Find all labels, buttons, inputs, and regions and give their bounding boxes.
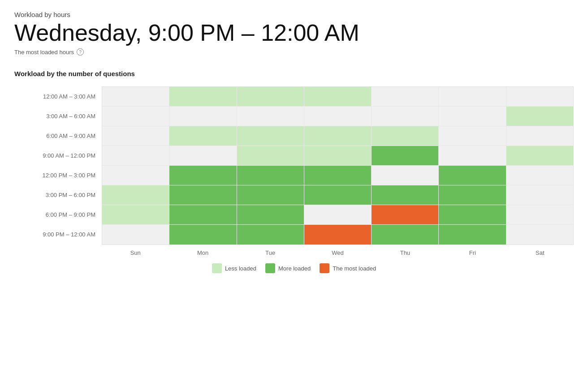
grid-cell <box>506 146 573 165</box>
legend-swatch <box>212 263 222 273</box>
grid-cell <box>439 146 506 165</box>
help-icon[interactable]: ? <box>77 48 84 56</box>
grid-cell <box>102 225 169 245</box>
row-label: 9:00 PM – 12:00 AM <box>14 224 102 244</box>
grid-cell <box>506 205 573 224</box>
grid-row <box>102 185 573 205</box>
grid-cell <box>102 146 169 165</box>
grid-row <box>102 107 573 126</box>
grid-cell <box>304 185 372 205</box>
row-label: 3:00 AM – 6:00 AM <box>14 106 102 126</box>
grid-cell <box>506 126 573 146</box>
grid-cell <box>102 107 169 126</box>
grid-cell <box>237 225 304 245</box>
row-label: 12:00 AM – 3:00 AM <box>14 86 102 106</box>
legend-label: The most loaded <box>333 265 376 272</box>
grid-area <box>102 86 574 245</box>
grid-cell <box>237 185 304 205</box>
legend-swatch <box>320 263 329 273</box>
grid-cell <box>169 166 237 185</box>
grid-cell <box>304 205 372 224</box>
grid-cell <box>237 146 304 165</box>
row-label: 3:00 PM – 6:00 PM <box>14 185 102 205</box>
grid-cell <box>304 166 372 185</box>
section-title: Workload by the number of questions <box>14 70 574 77</box>
col-label: Thu <box>372 245 439 256</box>
chart-grid: 12:00 AM – 3:00 AM3:00 AM – 6:00 AM6:00 … <box>14 86 574 245</box>
row-label: 6:00 AM – 9:00 AM <box>14 126 102 146</box>
grid-cell <box>304 107 372 126</box>
grid-cell <box>304 146 372 165</box>
legend-item: The most loaded <box>320 263 376 273</box>
grid-row <box>102 126 573 146</box>
grid-cell <box>439 126 506 146</box>
grid-cell <box>506 166 573 185</box>
legend-label: More loaded <box>278 265 311 272</box>
grid-cell <box>169 225 237 245</box>
row-label: 6:00 PM – 9:00 PM <box>14 205 102 224</box>
grid-cell <box>439 205 506 224</box>
grid-cell <box>439 166 506 185</box>
grid-cell <box>102 126 169 146</box>
grid-cell <box>372 146 439 165</box>
row-label: 9:00 AM – 12:00 PM <box>14 146 102 165</box>
grid-cell <box>372 126 439 146</box>
grid-cell <box>439 225 506 245</box>
grid-cell <box>237 205 304 224</box>
grid-cell <box>102 205 169 224</box>
grid-cell <box>169 126 237 146</box>
grid-row <box>102 225 573 245</box>
grid-row <box>102 205 573 225</box>
col-label: Tue <box>237 245 304 256</box>
grid-row <box>102 146 573 166</box>
grid-cell <box>237 126 304 146</box>
grid-cell <box>304 126 372 146</box>
grid-cell <box>506 87 573 106</box>
grid-row <box>102 87 573 107</box>
col-label: Sat <box>506 245 574 256</box>
grid-cell <box>439 185 506 205</box>
legend-item: More loaded <box>265 263 311 273</box>
grid-cell <box>237 166 304 185</box>
grid-cell <box>102 166 169 185</box>
grid-cell <box>372 225 439 245</box>
grid-cell <box>372 87 439 106</box>
col-label: Fri <box>439 245 506 256</box>
row-labels: 12:00 AM – 3:00 AM3:00 AM – 6:00 AM6:00 … <box>14 86 102 245</box>
grid-cell <box>506 225 573 245</box>
grid-cell <box>169 185 237 205</box>
col-label: Sun <box>102 245 169 256</box>
grid-cell <box>304 225 372 245</box>
row-label: 12:00 PM – 3:00 PM <box>14 165 102 185</box>
col-labels: SunMonTueWedThuFriSat <box>102 245 574 256</box>
page-title: Wednesday, 9:00 PM – 12:00 AM <box>14 20 574 46</box>
grid-cell <box>304 87 372 106</box>
col-label: Wed <box>304 245 371 256</box>
grid-cell <box>169 146 237 165</box>
legend-label: Less loaded <box>225 265 256 272</box>
grid-cell <box>169 87 237 106</box>
grid-row <box>102 166 573 185</box>
chart-container: Workload by the number of questions 12:0… <box>14 70 574 273</box>
grid-cell <box>169 107 237 126</box>
page-subtitle: Workload by hours <box>14 11 574 18</box>
grid-cell <box>237 107 304 126</box>
grid-cell <box>439 107 506 126</box>
grid-cell <box>372 107 439 126</box>
col-label: Mon <box>169 245 236 256</box>
grid-cell <box>439 87 506 106</box>
grid-cell <box>506 185 573 205</box>
legend: Less loadedMore loadedThe most loaded <box>14 263 574 273</box>
grid-cell <box>372 166 439 185</box>
legend-swatch <box>265 263 275 273</box>
grid-cell <box>506 107 573 126</box>
grid-cell <box>102 185 169 205</box>
grid-cell <box>372 185 439 205</box>
most-loaded-text: The most loaded hours <box>14 49 74 56</box>
legend-item: Less loaded <box>212 263 256 273</box>
grid-cell <box>169 205 237 224</box>
grid-cell <box>237 87 304 106</box>
most-loaded-label: The most loaded hours ? <box>14 48 574 56</box>
grid-cell <box>102 87 169 106</box>
grid-cell <box>372 205 439 224</box>
